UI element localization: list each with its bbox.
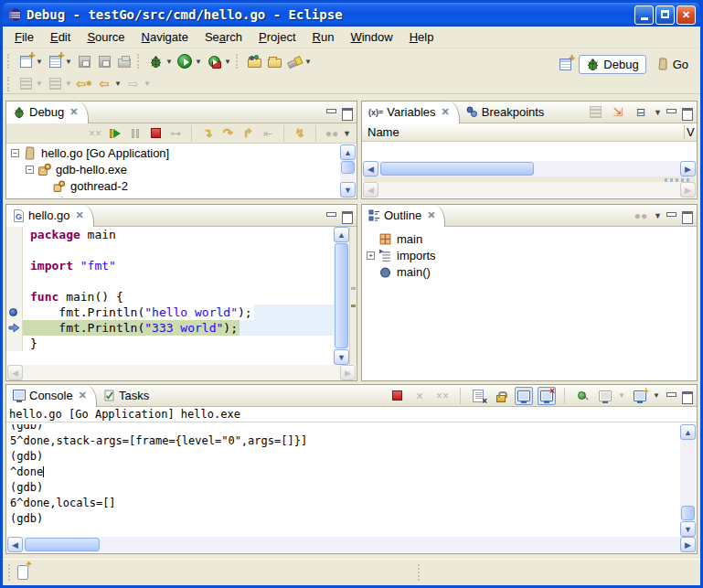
variables-hscrollbar[interactable]: ◀ ▶ <box>363 161 696 176</box>
step-over-button[interactable]: ↷ <box>219 125 236 142</box>
toolbar-drag-handle[interactable] <box>137 54 141 69</box>
close-icon[interactable]: ✕ <box>442 106 450 118</box>
next-annotation-button[interactable] <box>16 75 35 93</box>
tab-console[interactable]: Console ✕ <box>6 385 97 407</box>
console-vscrollbar[interactable]: ▲ ▼ <box>680 424 696 537</box>
maximize-button[interactable] <box>655 5 675 25</box>
run-button[interactable] <box>176 52 194 70</box>
new-project-dropdown-icon[interactable]: ▼ <box>65 58 72 66</box>
close-icon[interactable]: ✕ <box>76 209 84 221</box>
code-line[interactable]: package main <box>6 227 334 242</box>
run-dropdown-icon[interactable]: ▼ <box>195 58 202 66</box>
tab-debug[interactable]: Debug ✕ <box>6 102 89 123</box>
previous-annotation-button[interactable] <box>46 75 64 93</box>
tree-item[interactable]: −gdb-hello.exe <box>7 161 340 177</box>
tree-item[interactable] <box>7 194 340 198</box>
tree-item[interactable]: −hello.go [Go Application] <box>7 144 340 161</box>
code-line[interactable]: func main() { <box>6 289 334 305</box>
scroll-up-icon[interactable]: ▲ <box>340 144 356 160</box>
tree-item[interactable]: gothread-2 <box>7 177 340 194</box>
code-line[interactable] <box>6 242 334 258</box>
collapse-all-button[interactable]: ⊟ <box>632 103 650 122</box>
save-all-button[interactable] <box>95 52 113 70</box>
tab-outline[interactable]: Outline ✕ <box>362 205 445 227</box>
scroll-right-icon[interactable]: ▶ <box>680 161 696 176</box>
open-perspective-button[interactable] <box>556 55 574 73</box>
gutter[interactable] <box>6 227 23 242</box>
menu-search[interactable]: Search <box>197 27 250 47</box>
maximize-view-button[interactable] <box>680 107 693 118</box>
external-tools-button[interactable] <box>205 52 223 70</box>
minimize-view-button[interactable] <box>665 210 677 221</box>
scroll-down-icon[interactable]: ▼ <box>334 349 349 365</box>
column-name[interactable]: Name <box>362 125 684 139</box>
open-console-dropdown-icon[interactable]: ▼ <box>653 391 660 400</box>
code-line[interactable]: import "fmt" <box>6 258 334 273</box>
menu-run[interactable]: Run <box>304 27 343 47</box>
close-icon[interactable]: ✕ <box>79 390 87 401</box>
code-line[interactable] <box>6 273 334 289</box>
last-edit-location-button[interactable]: ⇦ <box>75 75 93 93</box>
editor-vscrollbar[interactable]: ▲ ▼ <box>334 227 349 365</box>
outline-tree[interactable]: main+importsmain() <box>363 230 696 380</box>
debug-toolbar-button[interactable] <box>146 52 165 70</box>
gutter[interactable] <box>6 258 23 273</box>
scroll-down-icon[interactable]: ▼ <box>680 521 696 537</box>
open-console-button[interactable] <box>631 387 649 405</box>
view-menu-chevron-icon[interactable]: ▼ <box>654 211 662 220</box>
code-editor[interactable]: package mainimport "fmt"func main() { fm… <box>6 227 334 365</box>
add-global-variables-button[interactable]: ⇲ <box>609 103 627 122</box>
code-line[interactable]: fmt.Println("333 world"); <box>6 320 334 336</box>
tree-expander-icon[interactable]: − <box>26 166 34 174</box>
close-button[interactable]: ✕ <box>676 5 696 25</box>
menu-help[interactable]: Help <box>401 27 442 47</box>
back-button[interactable]: ⇦ <box>95 75 113 93</box>
maximize-view-button[interactable] <box>340 107 353 118</box>
toolbar-drag-handle[interactable] <box>7 54 11 69</box>
menu-project[interactable]: Project <box>250 27 304 47</box>
show-stderr-button[interactable] <box>538 387 556 405</box>
maximize-view-button[interactable] <box>340 210 353 221</box>
menu-edit[interactable]: Edit <box>42 27 79 47</box>
menu-file[interactable]: File <box>6 27 42 47</box>
open-project-button[interactable] <box>245 52 263 70</box>
back-dropdown-icon[interactable]: ▼ <box>114 80 122 88</box>
close-icon[interactable]: ✕ <box>427 209 435 221</box>
new-dropdown-icon[interactable]: ▼ <box>36 58 43 66</box>
scroll-up-icon[interactable]: ▲ <box>334 227 349 242</box>
pin-console-button[interactable] <box>573 387 591 405</box>
column-value[interactable]: V <box>684 125 697 139</box>
gutter[interactable] <box>6 289 23 305</box>
tab-breakpoints[interactable]: Breakpoints <box>460 102 554 123</box>
debug-tree-scrollbar[interactable]: ▲ ▼ <box>340 144 356 198</box>
scroll-down-icon[interactable]: ▼ <box>340 182 356 198</box>
debug-launch-tree[interactable]: −hello.go [Go Application]−gdb-hello.exe… <box>7 144 340 198</box>
debug-dropdown-icon[interactable]: ▼ <box>165 58 173 66</box>
perspective-go-button[interactable]: Go <box>650 56 695 73</box>
tab-hello-go[interactable]: G hello.go ✕ <box>6 205 94 227</box>
scroll-lock-button[interactable] <box>492 387 510 405</box>
instruction-pointer-icon[interactable] <box>6 320 23 336</box>
step-into-button[interactable]: ↴ <box>199 125 216 142</box>
code-line[interactable]: fmt.Println("hello world"); <box>6 305 334 320</box>
print-button[interactable] <box>115 52 133 70</box>
scroll-up-icon[interactable]: ▲ <box>680 424 696 440</box>
close-icon[interactable]: ✕ <box>69 106 78 118</box>
maximize-view-button[interactable] <box>680 210 693 221</box>
gutter[interactable] <box>6 336 23 351</box>
breakpoint-icon[interactable] <box>6 305 23 320</box>
new-project-button[interactable] <box>46 52 64 70</box>
minimize-view-button[interactable] <box>665 107 677 118</box>
minimize-view-button[interactable] <box>665 390 677 401</box>
scroll-right-icon[interactable]: ▶ <box>680 537 696 552</box>
terminate-console-button[interactable] <box>388 387 406 405</box>
menu-navigate[interactable]: Navigate <box>133 27 197 47</box>
save-button[interactable] <box>75 52 93 70</box>
tree-item[interactable]: +imports <box>363 247 696 263</box>
overview-ruler[interactable] <box>349 227 357 365</box>
console-output[interactable]: (gdb) 5^done,stack-args=[frame={level="0… <box>6 424 681 537</box>
view-menu-chevron-icon[interactable]: ▼ <box>654 108 662 117</box>
toolbar-drag-handle[interactable] <box>236 54 240 69</box>
gutter[interactable] <box>6 273 23 289</box>
search-dropdown-icon[interactable]: ▼ <box>304 58 312 66</box>
